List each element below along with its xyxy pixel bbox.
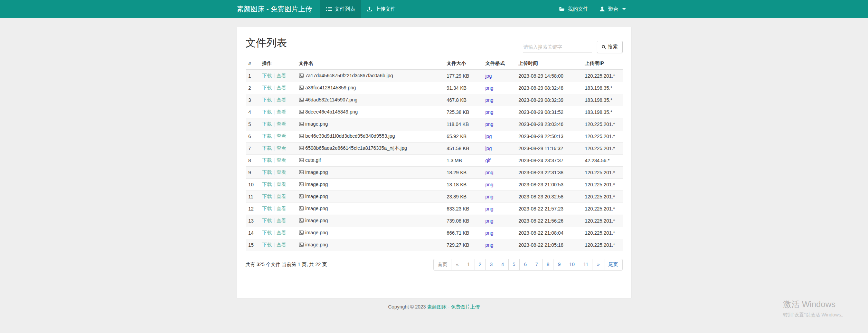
file-format-link[interactable]: png: [485, 97, 493, 103]
download-link[interactable]: 下载: [262, 157, 272, 163]
file-format-link[interactable]: png: [485, 182, 493, 187]
file-format-link[interactable]: jpg: [485, 73, 492, 79]
view-link[interactable]: 查看: [276, 97, 286, 102]
pagination-item[interactable]: 4: [497, 259, 509, 271]
nav-item-upload[interactable]: 上传文件: [361, 0, 401, 18]
download-link[interactable]: 下载: [262, 85, 272, 90]
view-link[interactable]: 查看: [276, 73, 286, 78]
download-link[interactable]: 下载: [262, 133, 272, 139]
download-link[interactable]: 下载: [262, 169, 272, 175]
uploader-ip: 120.225.201.*: [582, 227, 623, 239]
file-format-link[interactable]: png: [485, 218, 493, 224]
download-link[interactable]: 下载: [262, 73, 272, 78]
uploader-ip: 120.225.201.*: [582, 130, 623, 143]
view-link[interactable]: 查看: [276, 230, 286, 235]
pagination-item[interactable]: 3: [485, 259, 497, 271]
search-button[interactable]: 搜索: [597, 41, 623, 53]
image-file-icon: [299, 218, 304, 224]
image-file-icon: [299, 134, 304, 139]
file-format-link[interactable]: png: [485, 242, 493, 248]
download-link[interactable]: 下载: [262, 218, 272, 223]
view-link[interactable]: 查看: [276, 157, 286, 163]
view-link[interactable]: 查看: [276, 85, 286, 90]
file-table: # 操作 文件名 文件大小 文件格式 上传时间 上传者IP 1 下载|查看 7a…: [246, 58, 623, 251]
file-format-link[interactable]: gif: [485, 158, 491, 163]
pagination-item[interactable]: 8: [542, 259, 554, 271]
footer-site-link[interactable]: 素颜图床 - 免费图片上传: [427, 304, 480, 310]
view-link[interactable]: 查看: [276, 218, 286, 223]
upload-time: 2023-08-24 23:37:37: [516, 155, 582, 167]
download-link[interactable]: 下载: [262, 206, 272, 211]
pagination-item[interactable]: 10: [565, 259, 579, 271]
view-link[interactable]: 查看: [276, 206, 286, 211]
pagination-item[interactable]: »: [593, 259, 604, 271]
download-link[interactable]: 下载: [262, 230, 272, 235]
file-name: image.png: [305, 121, 328, 127]
pagination-item[interactable]: 7: [531, 259, 542, 271]
pagination-item[interactable]: 2: [474, 259, 486, 271]
file-name: image.png: [305, 169, 328, 175]
pagination-item[interactable]: 6: [519, 259, 531, 271]
uploader-ip: 120.225.201.*: [582, 191, 623, 203]
pagination-item[interactable]: 首页: [433, 259, 452, 271]
file-name: 6508b65aea2e866145cfc1a8176335a_副本.jpg: [305, 145, 407, 151]
view-link[interactable]: 查看: [276, 182, 286, 187]
row-index: 8: [246, 155, 260, 167]
image-file-icon: [299, 230, 304, 236]
file-format-link[interactable]: png: [485, 85, 493, 91]
navbar-right: 我的文件 聚合: [554, 0, 631, 18]
file-format-link[interactable]: jpg: [485, 146, 492, 151]
row-index: 13: [246, 215, 260, 227]
download-link[interactable]: 下载: [262, 242, 272, 247]
download-link[interactable]: 下载: [262, 121, 272, 127]
view-link[interactable]: 查看: [276, 109, 286, 115]
pagination-item[interactable]: 尾页: [604, 259, 623, 271]
file-format-link[interactable]: png: [485, 194, 493, 199]
download-link[interactable]: 下载: [262, 182, 272, 187]
pagination-item[interactable]: 1: [463, 259, 474, 271]
search-button-label: 搜索: [608, 44, 618, 50]
uploader-ip: 183.198.35.*: [582, 94, 623, 106]
search-input[interactable]: [523, 42, 592, 52]
upload-time: 2023-08-23 20:32:58: [516, 191, 582, 203]
pagination-item[interactable]: 11: [579, 259, 593, 271]
pagination-item[interactable]: 5: [508, 259, 520, 271]
download-link[interactable]: 下载: [262, 145, 272, 151]
file-format-link[interactable]: png: [485, 170, 493, 175]
table-row: 9 下载|查看 image.png 18.29 KB png 2023-08-2…: [246, 167, 623, 179]
upload-time: 2023-08-23 22:31:38: [516, 167, 582, 179]
nav-item-user-menu[interactable]: 聚合: [594, 0, 631, 18]
download-link[interactable]: 下载: [262, 97, 272, 102]
nav-item-my-files[interactable]: 我的文件: [554, 0, 594, 18]
view-link[interactable]: 查看: [276, 242, 286, 247]
row-index: 2: [246, 82, 260, 94]
view-link[interactable]: 查看: [276, 133, 286, 139]
file-format-link[interactable]: jpg: [485, 134, 492, 139]
file-format-link[interactable]: png: [485, 206, 493, 212]
file-name: image.png: [305, 242, 328, 247]
row-index: 7: [246, 143, 260, 155]
pagination-item[interactable]: 9: [554, 259, 565, 271]
row-index: 14: [246, 227, 260, 239]
file-format-link[interactable]: png: [485, 109, 493, 115]
table-row: 13 下载|查看 image.png 739.08 KB png 2023-08…: [246, 215, 623, 227]
pagination-summary: 共有 325 个文件 当前第 1 页, 共 22 页: [246, 262, 327, 268]
table-row: 12 下载|查看 image.png 633.23 KB png 2023-08…: [246, 203, 623, 215]
table-row: 7 下载|查看 6508b65aea2e866145cfc1a8176335a_…: [246, 143, 623, 155]
download-link[interactable]: 下载: [262, 109, 272, 115]
uploader-ip: 120.225.201.*: [582, 203, 623, 215]
view-link[interactable]: 查看: [276, 145, 286, 151]
file-size: 666.71 KB: [444, 227, 483, 239]
view-link[interactable]: 查看: [276, 169, 286, 175]
file-format-link[interactable]: png: [485, 121, 493, 127]
file-size: 725.38 KB: [444, 106, 483, 118]
upload-time: 2023-08-22 21:05:18: [516, 239, 582, 251]
download-link[interactable]: 下载: [262, 194, 272, 199]
file-format-link[interactable]: png: [485, 230, 493, 236]
brand-link[interactable]: 素颜图床 - 免费图片上传: [237, 0, 321, 18]
file-size: 13.18 KB: [444, 179, 483, 191]
pagination-item[interactable]: «: [452, 259, 463, 271]
nav-item-file-list[interactable]: 文件列表: [320, 0, 361, 18]
view-link[interactable]: 查看: [276, 194, 286, 199]
view-link[interactable]: 查看: [276, 121, 286, 127]
